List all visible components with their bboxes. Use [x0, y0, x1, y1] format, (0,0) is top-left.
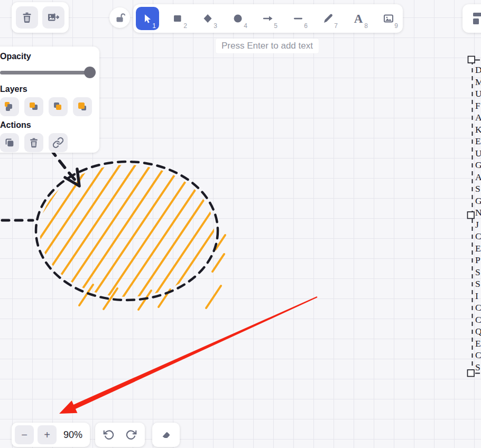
bring-to-front-button[interactable] [73, 97, 92, 116]
tool-text[interactable]: A 8 [347, 7, 370, 30]
text-line: D [475, 64, 481, 76]
dashed-ellipse[interactable] [36, 162, 218, 300]
line-icon [292, 12, 304, 25]
text-line: S [475, 266, 481, 278]
send-backward-button[interactable] [24, 97, 43, 116]
trash-icon [28, 137, 40, 148]
tool-image[interactable]: 9 [377, 7, 400, 30]
text-line: C [475, 302, 481, 314]
selected-text-element[interactable]: DMUFAKEUGASGNJCEPSSICCQECS [475, 64, 481, 373]
plus-icon: + [44, 430, 50, 440]
text-line: G [475, 159, 481, 171]
text-line: U [475, 147, 481, 160]
text-line: E [475, 242, 481, 255]
text-line: F [475, 100, 481, 112]
layers-label: Layers [0, 85, 93, 94]
diamond-icon [201, 12, 214, 25]
tool-draw[interactable]: 7 [317, 7, 340, 30]
opacity-slider[interactable] [0, 67, 94, 78]
export-image-icon [47, 11, 60, 24]
eraser-icon [160, 429, 172, 441]
export-image-button[interactable] [42, 6, 64, 29]
text-line: J [475, 219, 481, 231]
text-line: N [475, 207, 481, 219]
text-line: I [475, 290, 481, 302]
zoom-island: − + 90% [12, 423, 90, 447]
bring-to-front-icon [77, 101, 88, 112]
send-to-back-button[interactable] [0, 97, 19, 116]
ellipse-icon [232, 12, 244, 25]
text-line: S [475, 278, 481, 290]
tool-diamond[interactable]: 3 [196, 7, 219, 30]
ellipse-hachure-fill [0, 156, 325, 305]
text-line: C [475, 314, 481, 326]
zoom-level[interactable]: 90% [63, 430, 82, 441]
tool-shortcut: 2 [183, 22, 187, 30]
pencil-icon [322, 12, 335, 25]
text-line: A [475, 171, 481, 183]
tool-arrow[interactable]: 5 [256, 7, 280, 30]
link-button[interactable] [49, 133, 68, 152]
link-icon [52, 137, 64, 148]
minus-icon: − [21, 430, 27, 440]
delete-button[interactable] [24, 133, 43, 152]
bring-forward-icon [53, 101, 63, 112]
opacity-label: Opacity [0, 52, 93, 61]
tool-line[interactable]: 6 [286, 7, 310, 30]
tool-shortcut: 5 [274, 22, 278, 30]
tool-shortcut: 8 [364, 22, 368, 30]
text-line: K [475, 124, 481, 136]
red-arrow[interactable] [59, 296, 318, 414]
tool-selection[interactable]: 1 [136, 7, 159, 30]
tool-shortcut: 3 [214, 22, 217, 30]
tool-shortcut: 7 [334, 22, 338, 30]
opacity-slider-track[interactable] [0, 71, 94, 74]
undo-button[interactable] [98, 425, 118, 445]
text-line: S [475, 183, 481, 195]
text-line: Q [475, 325, 481, 338]
zoom-in-button[interactable]: + [38, 425, 57, 444]
text-line: E [475, 338, 481, 350]
duplicate-button[interactable] [0, 133, 19, 152]
hint-tooltip: Press Enter to add text [216, 39, 319, 53]
tool-ellipse[interactable]: 4 [226, 7, 249, 30]
text-line: C [475, 349, 481, 361]
text-line: C [475, 230, 481, 242]
undo-icon [103, 429, 114, 441]
redo-button[interactable] [122, 425, 142, 445]
text-line: A [475, 111, 481, 124]
text-line: M [475, 76, 481, 88]
text-line: S [475, 361, 481, 374]
unlock-icon [114, 12, 126, 24]
text-tool-icon: A [354, 13, 363, 25]
text-line: E [475, 135, 481, 147]
eraser-island [152, 423, 180, 447]
action-buttons-row [0, 133, 93, 152]
bring-forward-button[interactable] [49, 97, 68, 116]
send-backward-icon [29, 101, 39, 112]
properties-panel: Opacity Layers [0, 46, 99, 153]
tool-shortcut: 6 [304, 22, 308, 30]
tool-shortcut: 9 [394, 22, 398, 30]
zoom-out-button[interactable]: − [15, 425, 34, 444]
send-to-back-icon [4, 101, 15, 112]
text-line: G [475, 195, 481, 207]
opacity-slider-handle[interactable] [84, 67, 96, 78]
cursor-icon [142, 13, 153, 24]
tool-shortcut: 4 [244, 22, 247, 30]
selection-handles[interactable] [468, 57, 475, 377]
delete-canvas-button[interactable] [16, 6, 38, 29]
tool-rectangle[interactable]: 2 [166, 7, 189, 30]
library-island [462, 4, 481, 33]
lock-toggle-button[interactable] [109, 7, 130, 28]
canvas-actions-island [12, 2, 69, 33]
duplicate-icon [4, 137, 15, 148]
rectangle-icon [171, 12, 184, 25]
trash-icon [21, 11, 33, 24]
actions-label: Actions [0, 120, 93, 130]
tool-shortcut: 1 [152, 22, 156, 30]
history-island [95, 423, 145, 447]
eraser-button[interactable] [156, 425, 176, 445]
text-line: U [475, 88, 481, 100]
library-button[interactable] [470, 8, 481, 29]
